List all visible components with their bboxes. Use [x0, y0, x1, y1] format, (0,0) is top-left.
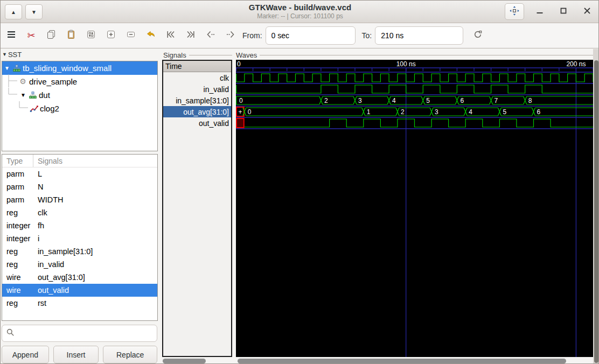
to-input[interactable] [375, 26, 463, 45]
waves-vertical-scrollbar[interactable] [593, 49, 599, 364]
vertical-scrollbar-thumb[interactable] [594, 60, 598, 363]
waves-scrollbar-thumb[interactable] [238, 359, 566, 363]
sst-panel: ▼ SST ▼tb_sliding_window_small⚙drive_sam… [1, 49, 158, 364]
table-row-fh[interactable]: integerfh [2, 219, 157, 232]
close-icon [582, 5, 593, 18]
signal-name: rst [33, 299, 46, 307]
zoom-out-button[interactable] [126, 30, 136, 41]
from-input[interactable] [266, 26, 356, 45]
svg-text:0: 0 [239, 97, 243, 104]
signal-item-clk[interactable]: clk [163, 72, 231, 83]
from-label: From: [242, 31, 262, 40]
waves-horizontal-scrollbar[interactable] [236, 358, 593, 364]
zoom-fit-button[interactable] [86, 30, 96, 41]
tree-item-drive_sample[interactable]: ⚙drive_sample [2, 75, 157, 88]
svg-text:0: 0 [237, 60, 241, 68]
signal-type: parm [2, 195, 33, 204]
fetch-left-button[interactable] [205, 30, 216, 41]
signal-item-in_valid[interactable]: in_valid [163, 83, 231, 95]
fetch-right-button[interactable] [225, 30, 236, 41]
up-arrow-icon: ▲ [11, 9, 16, 15]
svg-text:6: 6 [537, 108, 541, 116]
tree-item-dut[interactable]: ▼dut [2, 88, 157, 102]
table-row-WIDTH[interactable]: parmWIDTH [2, 193, 157, 206]
table-row-clk[interactable]: regclk [2, 206, 157, 219]
signal-table-header: Type Signals [2, 155, 157, 167]
table-row-in_sample[31:0][interactable]: regin_sample[31:0] [2, 245, 157, 258]
signal-type: wire [2, 273, 33, 282]
signals-scrollbar-thumb[interactable] [163, 359, 206, 363]
tree-connector [13, 101, 29, 116]
close-button[interactable] [579, 4, 595, 20]
sst-expander-icon[interactable]: ▼ [2, 52, 7, 57]
zoom-in-button[interactable] [106, 30, 116, 41]
skip-end-icon [185, 29, 196, 42]
table-row-L[interactable]: parmL [2, 167, 157, 180]
signal-item-out_valid[interactable]: out_valid [163, 117, 231, 129]
scroll-up-button[interactable]: ▲ [5, 4, 22, 19]
cut-button[interactable]: ✂ [26, 30, 37, 41]
move-button[interactable] [505, 3, 524, 20]
table-row-out_avg[31:0][interactable]: wireout_avg[31:0] [2, 271, 157, 284]
toolbar: ✂ From: To: [1, 23, 599, 48]
insert-button[interactable]: Insert [53, 346, 99, 363]
table-row-in_valid[interactable]: regin_valid [2, 258, 157, 271]
hierarchy-tree: ▼tb_sliding_window_small⚙drive_sample▼du… [2, 61, 158, 151]
signals-horizontal-scrollbar[interactable] [162, 358, 232, 364]
reload-button[interactable] [472, 30, 483, 41]
svg-text:3: 3 [358, 97, 362, 104]
signal-item-out_avg[31:0][interactable]: out_avg[31:0] [163, 106, 231, 117]
down-arrow-icon: ▼ [31, 9, 37, 15]
signals-list: Time clkin_validin_sample[31:0]out_avg[3… [162, 60, 232, 357]
append-button[interactable]: Append [2, 346, 49, 363]
expander-icon[interactable]: ▼ [18, 92, 28, 98]
time-header[interactable]: Time [163, 61, 231, 72]
signal-type: parm [2, 170, 33, 178]
scroll-down-button[interactable]: ▼ [25, 4, 43, 19]
copy-button[interactable] [46, 30, 57, 41]
signal-name: N [33, 183, 43, 191]
fetch-right-icon [225, 29, 236, 42]
waves-panel-label: Waves [236, 51, 593, 59]
sst-header[interactable]: ▼ SST [1, 49, 158, 60]
type-column-header[interactable]: Type [2, 155, 33, 167]
signal-name: in_valid [33, 260, 64, 269]
reload-icon [472, 29, 483, 42]
replace-button[interactable]: Replace [103, 346, 157, 363]
svg-text:7: 7 [494, 97, 498, 104]
zoom-in-icon [106, 29, 116, 42]
signal-search[interactable] [2, 325, 157, 342]
signal-type: integer [2, 234, 33, 243]
undo-button[interactable] [145, 30, 156, 41]
signal-table: Type Signals parmLparmNparmWIDTHregclkin… [2, 154, 158, 321]
svg-text:200 ns: 200 ns [566, 60, 586, 68]
table-row-rst[interactable]: regrst [2, 297, 157, 310]
menu-icon [6, 29, 17, 42]
signal-name: L [33, 170, 42, 178]
table-row-i[interactable]: integeri [2, 232, 157, 245]
skip-end-button[interactable] [185, 30, 196, 41]
signal-name: out_avg[31:0] [33, 273, 85, 282]
svg-text:5: 5 [426, 97, 430, 104]
search-icon [6, 328, 15, 339]
table-row-out_valid[interactable]: wireout_valid [2, 284, 157, 297]
skip-start-button[interactable] [165, 30, 176, 41]
table-row-N[interactable]: parmN [2, 180, 157, 193]
paste-icon [66, 29, 76, 42]
move-icon [509, 5, 520, 18]
search-input[interactable] [18, 328, 157, 338]
tree-item-tb_sliding_window_small[interactable]: ▼tb_sliding_window_small [2, 61, 157, 75]
menu-button[interactable] [6, 30, 17, 41]
minimize-button[interactable] [532, 4, 548, 20]
window-title: GTKWave - build/wave.vcd [108, 3, 492, 12]
waves-canvas[interactable]: 0100 ns200 ns02345678+0123456 [236, 60, 593, 357]
tree-item-label: clog2 [40, 104, 59, 113]
signals-column-header[interactable]: Signals [33, 157, 62, 165]
expander-icon[interactable]: ▼ [2, 65, 12, 71]
tree-item-clog2[interactable]: clog2 [2, 102, 157, 115]
signal-item-in_sample[31:0][interactable]: in_sample[31:0] [163, 95, 231, 106]
signals-panel-label: Signals [163, 51, 232, 59]
maximize-button[interactable] [555, 4, 572, 20]
paste-button[interactable] [66, 30, 76, 41]
signal-type: reg [2, 260, 33, 269]
